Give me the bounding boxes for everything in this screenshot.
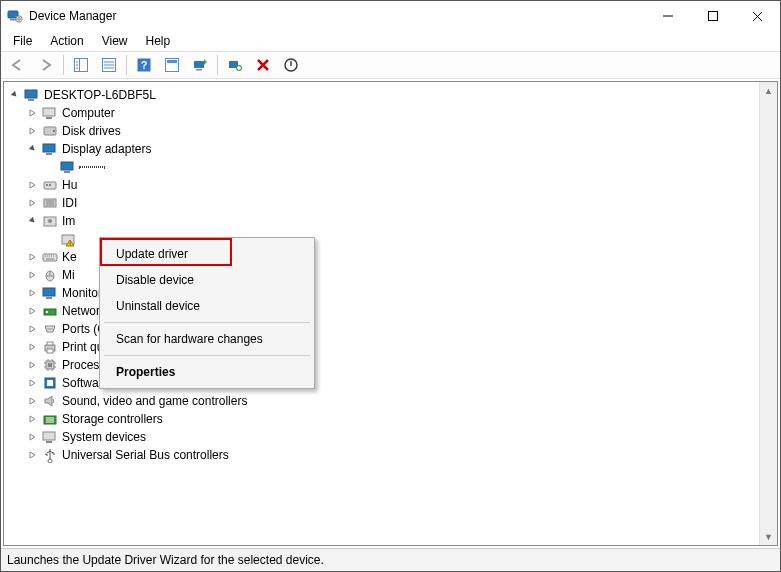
- svg-point-21: [53, 130, 55, 132]
- expand-icon[interactable]: [26, 268, 40, 282]
- tree-root[interactable]: DESKTOP-L6DBF5L: [8, 86, 777, 104]
- disable-toolbar-button[interactable]: [278, 53, 304, 77]
- network-icon: [42, 303, 58, 319]
- computer-icon: [24, 87, 40, 103]
- expand-icon[interactable]: [26, 286, 40, 300]
- tree-item-keyboards[interactable]: Ke: [8, 248, 101, 266]
- content-area: DESKTOP-L6DBF5L Computer Disk drives Dis…: [3, 81, 778, 546]
- context-update-driver[interactable]: Update driver: [102, 241, 312, 267]
- titlebar: Device Manager: [1, 1, 780, 31]
- system-icon: [42, 429, 58, 445]
- expand-icon[interactable]: [26, 304, 40, 318]
- svg-rect-22: [43, 144, 55, 152]
- expand-icon[interactable]: [26, 124, 40, 138]
- expand-icon[interactable]: [26, 214, 40, 228]
- expand-icon[interactable]: [26, 178, 40, 192]
- svg-point-40: [47, 328, 49, 330]
- scroll-track[interactable]: [760, 99, 777, 528]
- scan-hardware-toolbar-button[interactable]: [222, 53, 248, 77]
- forward-button[interactable]: [33, 53, 59, 77]
- svg-rect-45: [47, 349, 53, 353]
- expand-icon[interactable]: [26, 412, 40, 426]
- tree-item-human-interface[interactable]: Hu: [8, 176, 101, 194]
- svg-rect-39: [46, 311, 48, 313]
- menu-action[interactable]: Action: [42, 33, 91, 49]
- expand-icon[interactable]: [26, 430, 40, 444]
- show-hide-tree-button[interactable]: [68, 53, 94, 77]
- svg-rect-49: [47, 380, 53, 386]
- svg-rect-19: [46, 117, 52, 119]
- tree-item-display-child[interactable]: [8, 158, 777, 176]
- tree-item-computer[interactable]: Computer: [8, 104, 777, 122]
- context-scan-hardware[interactable]: Scan for hardware changes: [102, 326, 312, 352]
- tree-item-storage[interactable]: Storage controllers: [8, 410, 777, 428]
- expand-icon[interactable]: [26, 394, 40, 408]
- context-properties[interactable]: Properties: [102, 359, 312, 385]
- imaging-warn-icon: !: [60, 231, 76, 247]
- tree-item-usb[interactable]: Universal Serial Bus controllers: [8, 446, 777, 464]
- action-toolbar-button[interactable]: [159, 53, 185, 77]
- svg-rect-27: [46, 184, 48, 186]
- expand-icon[interactable]: [26, 376, 40, 390]
- printer-icon: [42, 339, 58, 355]
- properties-toolbar-button[interactable]: [96, 53, 122, 77]
- tree-label: Storage controllers: [62, 410, 167, 428]
- tree-label: Hu: [62, 176, 81, 194]
- close-button[interactable]: [735, 1, 780, 31]
- uninstall-toolbar-button[interactable]: [250, 53, 276, 77]
- toolbar-separator: [217, 55, 218, 75]
- context-separator: [104, 355, 310, 356]
- tree-label: DESKTOP-L6DBF5L: [44, 86, 160, 104]
- svg-point-42: [51, 328, 53, 330]
- expand-icon[interactable]: [26, 358, 40, 372]
- context-disable-device[interactable]: Disable device: [102, 267, 312, 293]
- minimize-button[interactable]: [645, 1, 690, 31]
- svg-rect-44: [47, 342, 53, 345]
- back-button[interactable]: [5, 53, 31, 77]
- svg-rect-37: [46, 297, 52, 299]
- expand-icon[interactable]: [26, 250, 40, 264]
- monitor-icon: [42, 285, 58, 301]
- tree-label: IDI: [62, 194, 81, 212]
- expand-icon[interactable]: [26, 106, 40, 120]
- storage-icon: [42, 411, 58, 427]
- display-icon: [60, 159, 76, 175]
- tree-item-ide[interactable]: IDI: [8, 194, 101, 212]
- expand-icon[interactable]: [26, 142, 40, 156]
- disk-icon: [42, 123, 58, 139]
- expand-icon[interactable]: [26, 448, 40, 462]
- toolbar-separator: [126, 55, 127, 75]
- cpu-icon: [42, 357, 58, 373]
- expand-icon[interactable]: [26, 322, 40, 336]
- desktop-icon: [42, 105, 58, 121]
- svg-rect-23: [46, 153, 52, 155]
- toolbar-separator: [63, 55, 64, 75]
- svg-rect-38: [44, 309, 56, 315]
- svg-rect-12: [196, 69, 202, 71]
- menu-view[interactable]: View: [94, 33, 136, 49]
- tree-item-mice[interactable]: Mi: [8, 266, 101, 284]
- menu-help[interactable]: Help: [138, 33, 179, 49]
- context-separator: [104, 322, 310, 323]
- vertical-scrollbar[interactable]: ▲ ▼: [759, 82, 777, 545]
- help-toolbar-button[interactable]: ?: [131, 53, 157, 77]
- expand-icon[interactable]: [26, 196, 40, 210]
- tree-item-display-adapters[interactable]: Display adapters: [8, 140, 777, 158]
- window-title: Device Manager: [29, 9, 116, 23]
- software-icon: [42, 375, 58, 391]
- tree-label: Im: [62, 212, 79, 230]
- tree-item-sound[interactable]: Sound, video and game controllers: [8, 392, 777, 410]
- scroll-up-button[interactable]: ▲: [760, 82, 777, 99]
- tree-item-imaging[interactable]: Im: [8, 212, 101, 230]
- tree-item-disk-drives[interactable]: Disk drives: [8, 122, 777, 140]
- context-uninstall-device[interactable]: Uninstall device: [102, 293, 312, 319]
- expand-icon[interactable]: [26, 340, 40, 354]
- tree-item-system-devices[interactable]: System devices: [8, 428, 777, 446]
- menu-file[interactable]: File: [5, 33, 40, 49]
- scroll-down-button[interactable]: ▼: [760, 528, 777, 545]
- maximize-button[interactable]: [690, 1, 735, 31]
- update-driver-toolbar-button[interactable]: [187, 53, 213, 77]
- expand-icon[interactable]: [8, 88, 22, 102]
- keyboard-icon: [42, 249, 58, 265]
- ide-icon: [42, 195, 58, 211]
